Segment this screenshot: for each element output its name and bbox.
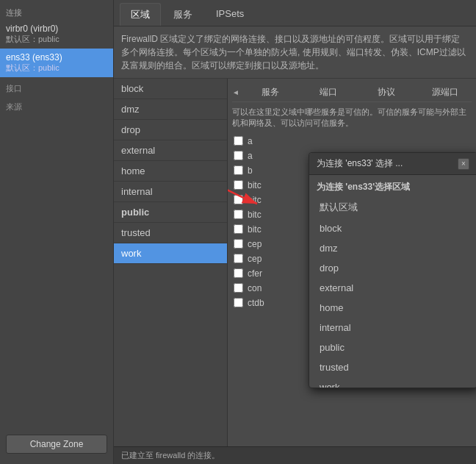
status-bar: 已建立至 firewalld 的连接。 [114, 446, 476, 464]
modal-subtitle: 为连接 'ens33'选择区域 [309, 175, 476, 196]
modal-dialog: 为连接 'ens33' 选择 ... × 为连接 'ens33'选择区域 默认区… [309, 152, 476, 388]
modal-item-internal[interactable]: internal [309, 318, 476, 338]
modal-item-block[interactable]: block [309, 218, 476, 238]
protocol-col-header: 协议 [360, 86, 414, 99]
change-zone-button[interactable]: Change Zone [6, 435, 107, 454]
sidebar: 连接 virbr0 (virbr0) 默认区：public ens33 (ens… [0, 0, 114, 464]
service-checkbox-con[interactable] [234, 283, 243, 293]
tab-services[interactable]: 服务 [162, 3, 203, 26]
modal-item-dmz[interactable]: dmz [309, 238, 476, 258]
zone-block[interactable]: block [114, 79, 227, 99]
services-header: ◄ 服务 端口 协议 源端口 [232, 83, 472, 102]
source-col-header: 源端口 [418, 86, 472, 99]
service-checkbox-bitc4[interactable] [234, 224, 243, 234]
services-area: ◄ 服务 端口 协议 源端口 可以在这里定义域中哪些服务是可信的。可信的服务可能… [228, 79, 476, 446]
zone-work[interactable]: work [114, 243, 227, 264]
service-label: bitc [248, 195, 262, 205]
sidebar-ens33-sub: 默认区：public [6, 63, 107, 74]
zone-content: block dmz drop external home internal pu… [114, 79, 476, 446]
sidebar-ens33-label: ens33 (ens33) [6, 52, 107, 63]
service-label: cep [248, 254, 262, 264]
zone-drop[interactable]: drop [114, 120, 227, 140]
service-checkbox-a2[interactable] [234, 151, 243, 160]
modal-item-public[interactable]: public [309, 338, 476, 357]
service-label: cep [248, 239, 262, 249]
arrow-left-icon: ◄ [232, 88, 239, 96]
service-checkbox-b[interactable] [234, 165, 243, 175]
service-checkbox-a1[interactable] [234, 136, 243, 146]
zone-external[interactable]: external [114, 140, 227, 161]
service-label: b [248, 165, 253, 176]
services-description: 可以在这里定义域中哪些服务是可信的。可信的服务可能与外部主机和网络及、可以访问可… [232, 107, 472, 129]
sidebar-virbr0-label: virbr0 (virbr0) [6, 24, 107, 34]
zone-dmz[interactable]: dmz [114, 99, 227, 120]
service-checkbox-cep2[interactable] [234, 254, 243, 263]
modal-item-home[interactable]: home [309, 298, 476, 318]
modal-item-trusted[interactable]: trusted [309, 357, 476, 377]
service-col-header: 服务 [244, 86, 298, 99]
modal-titlebar: 为连接 'ens33' 选择 ... × [309, 153, 476, 175]
service-checkbox-bitc1[interactable] [234, 180, 243, 190]
sidebar-item-ens33[interactable]: ens33 (ens33) 默认区：public [0, 49, 113, 77]
sidebar-virbr0-sub: 默认区：public [6, 34, 107, 45]
ports-label: 接口 [0, 82, 113, 96]
service-checkbox-cfer[interactable] [234, 268, 243, 278]
service-checkbox-bitc2[interactable] [234, 195, 243, 204]
modal-title: 为连接 'ens33' 选择 ... [317, 157, 403, 170]
service-checkbox-bitc3[interactable] [234, 210, 243, 219]
tabs-bar: 区域 服务 IPSets [114, 0, 476, 26]
zone-description: FirewallD 区域定义了绑定的网络连接、接口以及源地址的可信程度。区域可以… [114, 26, 476, 79]
service-checkbox-ctdb[interactable] [234, 298, 243, 307]
sources-label: 来源 [0, 100, 113, 114]
zone-list: block dmz drop external home internal pu… [114, 79, 228, 446]
modal-list: 默认区域 block dmz drop external home intern… [309, 196, 476, 388]
zone-home[interactable]: home [114, 161, 227, 182]
tab-ipsets[interactable]: IPSets [205, 3, 255, 26]
modal-item-drop[interactable]: drop [309, 258, 476, 278]
sidebar-bottom: Change Zone [0, 429, 113, 460]
connections-label: 连接 [0, 4, 113, 20]
zone-trusted[interactable]: trusted [114, 223, 227, 243]
service-label: bitc [248, 210, 262, 220]
service-label: bitc [248, 224, 262, 235]
zone-public[interactable]: public [114, 202, 227, 223]
service-label: bitc [248, 180, 262, 190]
service-label: con [248, 283, 262, 293]
port-col-header: 端口 [302, 86, 356, 99]
modal-item-work[interactable]: work [309, 377, 476, 388]
service-checkbox-cep1[interactable] [234, 239, 243, 249]
zone-internal[interactable]: internal [114, 182, 227, 202]
modal-item-external[interactable]: external [309, 278, 476, 298]
service-label: cfer [248, 268, 262, 279]
modal-item-default[interactable]: 默认区域 [309, 196, 476, 218]
service-label: ctdb [248, 298, 264, 308]
modal-close-button[interactable]: × [458, 158, 469, 170]
service-row: a [232, 134, 472, 149]
service-label: a [248, 151, 253, 161]
service-label: a [248, 136, 253, 146]
sidebar-item-virbr0[interactable]: virbr0 (virbr0) 默认区：public [0, 20, 113, 49]
tab-zones[interactable]: 区域 [120, 3, 161, 26]
main-area: 区域 服务 IPSets FirewallD 区域定义了绑定的网络连接、接口以及… [114, 0, 476, 464]
